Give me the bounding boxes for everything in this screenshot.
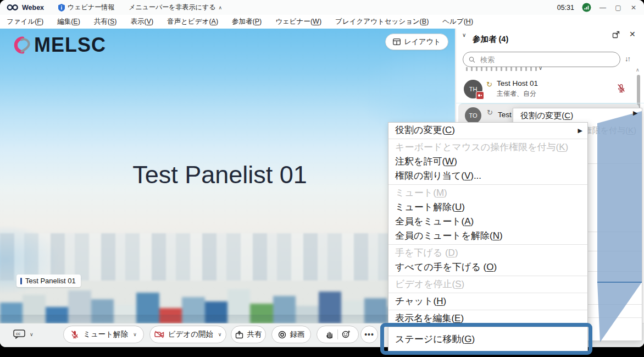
menu-separator bbox=[388, 244, 587, 245]
avatar: TO bbox=[465, 107, 481, 124]
menu-bar: ファイル(F)編集(E)共有(S)表示(V)音声とビデオ(A)参加者(P)ウェビ… bbox=[0, 15, 644, 29]
unmute-button-label: ミュート解除 bbox=[83, 329, 128, 339]
hide-menubar-label: メニューバーを非表示にする bbox=[129, 3, 215, 12]
reactions-control bbox=[317, 326, 359, 343]
menubar-item[interactable]: 共有(S) bbox=[94, 17, 117, 26]
connection-indicator-icon[interactable] bbox=[582, 3, 591, 12]
context-menu-item[interactable]: 役割の変更(C)▶ bbox=[388, 123, 587, 138]
record-icon bbox=[278, 331, 286, 339]
layout-button[interactable]: レイアウト bbox=[385, 34, 448, 50]
webinar-info-label: ウェビナー情報 bbox=[68, 3, 114, 12]
mic-muted-icon[interactable] bbox=[617, 84, 626, 93]
presenter-icon: ↻ bbox=[486, 80, 492, 89]
ghost-menu-item[interactable]: 役割の変更(C) bbox=[520, 111, 573, 121]
menubar-item[interactable]: ウェビナー(W) bbox=[275, 17, 321, 26]
context-menu-item[interactable]: チャット(H) bbox=[388, 294, 587, 309]
context-menu-item[interactable]: 全員をミュート(A) bbox=[388, 215, 587, 229]
svg-text:cc: cc bbox=[16, 331, 20, 336]
menu-separator bbox=[388, 139, 587, 139]
divider bbox=[337, 329, 338, 339]
chevron-down-icon[interactable]: ∨ bbox=[30, 332, 34, 337]
video-name-tag-label: Test Panelist 01 bbox=[25, 277, 76, 285]
clipped-list-header bbox=[466, 67, 537, 71]
context-menu-item[interactable]: 全員のミュートを解除(N) bbox=[388, 229, 587, 243]
menu-separator bbox=[388, 310, 587, 310]
video-stage: MELSC レイアウト Test Panelist 01 Test Paneli… bbox=[0, 29, 455, 347]
context-menu: 役割の変更(C)▶キーボードとマウスの操作権限を付与(K)注釈を許可(W)権限の… bbox=[388, 122, 588, 353]
context-menu-item: ビデオを停止(S) bbox=[388, 277, 587, 292]
menubar-item[interactable]: 表示(V) bbox=[131, 17, 154, 26]
avatar: TH bbox=[464, 80, 482, 98]
minimize-button[interactable]: — bbox=[599, 4, 607, 12]
maximize-button[interactable]: ▢ bbox=[614, 4, 622, 12]
share-button[interactable]: 共有 bbox=[231, 326, 266, 343]
record-button[interactable]: 録画 bbox=[271, 326, 311, 343]
hide-menubar-button[interactable]: メニューバーを非表示にする ∧ bbox=[129, 3, 222, 12]
menu-separator bbox=[388, 276, 587, 276]
close-panel-button[interactable]: ✕ bbox=[629, 30, 636, 39]
menu-separator bbox=[388, 184, 587, 185]
context-menu-item[interactable]: すべての手を下げる (O) bbox=[388, 260, 587, 274]
menubar-item[interactable]: 編集(E) bbox=[57, 17, 80, 26]
reactions-smiley-icon[interactable] bbox=[342, 330, 351, 339]
avatar-initials: TO bbox=[469, 112, 477, 119]
city-background-far bbox=[0, 233, 455, 281]
menubar-item[interactable]: 参加者(P) bbox=[232, 17, 262, 26]
highlight-annotation bbox=[380, 323, 592, 355]
audio-indicator-icon bbox=[20, 278, 22, 284]
info-shield-icon bbox=[58, 4, 65, 12]
clipped-chevron-icon: ∨ bbox=[538, 65, 542, 70]
search-icon bbox=[469, 56, 475, 63]
submenu-arrow-icon: ▶ bbox=[633, 109, 637, 117]
raise-hand-icon[interactable] bbox=[325, 330, 334, 339]
camera-off-icon bbox=[154, 331, 164, 338]
chevron-up-icon: ∧ bbox=[218, 5, 222, 10]
captions-icon: cc bbox=[13, 329, 25, 339]
melsc-logo: MELSC bbox=[7, 32, 106, 58]
chevron-down-icon[interactable]: ∨ bbox=[133, 332, 137, 337]
chevron-down-icon[interactable]: ∨ bbox=[218, 332, 222, 337]
webex-logo-icon bbox=[7, 4, 19, 11]
record-button-label: 録画 bbox=[290, 329, 305, 339]
host-badge-icon bbox=[476, 91, 484, 100]
context-menu-item: キーボードとマウスの操作権限を付与(K) bbox=[388, 140, 587, 155]
start-video-button-label: ビデオの開始 bbox=[168, 329, 213, 339]
close-button[interactable]: ✕ bbox=[630, 4, 637, 12]
participant-row-host[interactable]: TH ↻ Test Host 01 主催者、自分 bbox=[456, 75, 637, 103]
menubar-item[interactable]: 音声とビデオ(A) bbox=[167, 17, 218, 26]
app-title: Webex bbox=[22, 4, 44, 12]
context-menu-item: 手を下げる (D) bbox=[388, 246, 587, 260]
more-options-icon: ••• bbox=[364, 330, 374, 339]
context-menu-item[interactable]: ミュート解除(U) bbox=[388, 200, 587, 215]
unmute-button[interactable]: ミュート解除 ∨ bbox=[63, 326, 144, 343]
menubar-item[interactable]: ヘルプ(H) bbox=[442, 17, 473, 26]
layout-grid-icon bbox=[393, 39, 401, 45]
more-options-button[interactable]: ••• bbox=[360, 326, 378, 343]
video-name-tag: Test Panelist 01 bbox=[16, 274, 81, 287]
menubar-item[interactable]: ファイル(F) bbox=[7, 17, 43, 26]
webex-brand: Webex bbox=[7, 4, 44, 12]
context-menu-item[interactable]: 権限の割り当て(V)... bbox=[388, 169, 587, 183]
popout-icon bbox=[612, 31, 620, 39]
menubar-item[interactable]: ブレイクアウトセッション(B) bbox=[335, 17, 429, 26]
sync-icon: ↻ bbox=[487, 108, 493, 117]
context-menu-item[interactable]: 注釈を許可(W) bbox=[388, 155, 587, 169]
webinar-info-button[interactable]: ウェビナー情報 bbox=[58, 3, 114, 12]
search-input[interactable] bbox=[479, 55, 614, 64]
menu-separator bbox=[388, 293, 587, 293]
title-bar: Webex ウェビナー情報 メニューバーを非表示にする ∧ 05:31 — ▢ … bbox=[0, 0, 644, 15]
start-video-button[interactable]: ビデオの開始 ∨ bbox=[149, 326, 226, 343]
participant-role: 主催者、自分 bbox=[497, 89, 536, 98]
popout-panel-button[interactable] bbox=[612, 31, 620, 39]
participants-count: (4) bbox=[499, 35, 509, 43]
captions-control[interactable]: cc ∨ bbox=[13, 329, 34, 339]
blue-overlay-shape bbox=[593, 108, 644, 347]
submenu-arrow-icon: ▶ bbox=[578, 123, 582, 138]
stage-participant-name: Test Panelist 01 bbox=[0, 161, 440, 189]
melsc-logo-text: MELSC bbox=[34, 34, 106, 57]
clock-time: 05:31 bbox=[557, 4, 574, 12]
share-icon bbox=[235, 331, 243, 339]
sort-button[interactable]: ↓↑ bbox=[625, 54, 630, 63]
scrollbar-up-arrow[interactable]: ∧ bbox=[636, 67, 640, 73]
layout-button-label: レイアウト bbox=[404, 37, 441, 47]
